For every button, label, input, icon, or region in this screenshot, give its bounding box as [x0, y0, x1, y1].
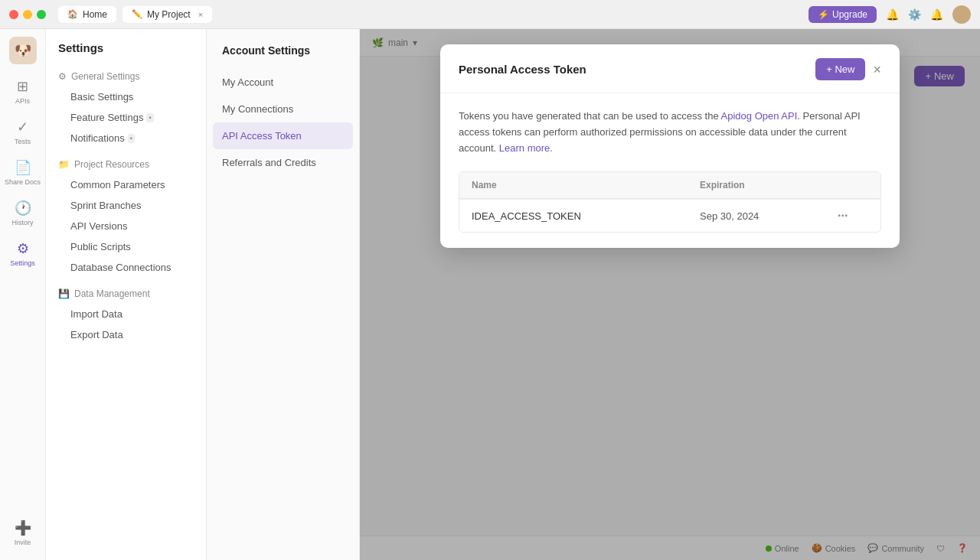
token-table: Name Expiration IDEA_ACCESS_TOKEN Sep 30… [459, 171, 881, 233]
col-actions-header [838, 180, 868, 190]
gear-icon: ⚙ [58, 71, 67, 82]
feature-settings-badge: • [146, 113, 153, 122]
modal-close-button[interactable]: × [873, 63, 881, 77]
project-avatar[interactable]: 🐶 [9, 37, 37, 64]
settings-item-export[interactable]: Export Data [46, 324, 206, 345]
sidebar-item-apis[interactable]: ⊞ APIs [0, 72, 45, 111]
notification-icon[interactable]: 🔔 [930, 8, 943, 21]
data-management-label: Data Management [74, 288, 150, 299]
account-nav-referrals[interactable]: Referrals and Credits [207, 149, 359, 176]
account-nav-my-connections[interactable]: My Connections [207, 96, 359, 122]
maximize-traffic-light[interactable] [37, 10, 46, 19]
new-token-button[interactable]: + New [815, 58, 865, 80]
account-nav-my-account[interactable]: My Account [207, 69, 359, 96]
settings-sidebar-title: Settings [46, 41, 206, 67]
my-connections-label: My Connections [222, 103, 293, 115]
apis-label: APIs [15, 97, 30, 105]
public-scripts-label: Public Scripts [70, 241, 131, 252]
database-connections-label: Database Connections [70, 262, 172, 273]
api-versions-label: API Versions [70, 220, 127, 232]
titlebar: 🏠 Home ✏️ My Project × ⚡ Upgrade 🔔 ⚙️ 🔔 [0, 0, 980, 29]
tests-icon: ✓ [17, 119, 28, 135]
settings-item-api-versions[interactable]: API Versions [46, 216, 206, 236]
settings-item-notifications[interactable]: Notifications • [46, 128, 206, 148]
home-tab-label: Home [83, 9, 107, 20]
api-link[interactable]: Apidog Open API [721, 110, 798, 122]
icon-sidebar: 🐶 ⊞ APIs ✓ Tests 📄 Share Docs 🕐 History … [0, 29, 46, 560]
tests-label: Tests [15, 138, 31, 145]
col-name-header: Name [472, 180, 700, 190]
upgrade-label: Upgrade [832, 9, 867, 20]
general-settings-label: General Settings [71, 71, 139, 82]
account-panel-title: Account Settings [207, 44, 359, 69]
data-icon: 💾 [58, 288, 70, 299]
basic-settings-label: Basic Settings [70, 91, 133, 103]
main-content: 🌿 main ▾ + New Personal Access Token + N… [360, 29, 980, 560]
settings-item-public-scripts[interactable]: Public Scripts [46, 236, 206, 257]
project-resources-label: Project Resources [74, 159, 149, 170]
section-project-resources: 📁 Project Resources [46, 155, 206, 174]
close-traffic-light[interactable] [9, 10, 18, 19]
import-data-label: Import Data [70, 308, 122, 320]
my-account-label: My Account [222, 77, 273, 88]
modal-title: Personal Access Token [459, 63, 586, 76]
settings-item-basic[interactable]: Basic Settings [46, 86, 206, 107]
share-docs-label: Share Docs [5, 178, 41, 186]
sidebar-item-share-docs[interactable]: 📄 Share Docs [0, 153, 45, 192]
sprint-branches-label: Sprint Branches [70, 200, 142, 211]
new-token-label: + New [826, 63, 854, 75]
app-layout: 🐶 ⊞ APIs ✓ Tests 📄 Share Docs 🕐 History … [0, 29, 980, 560]
referrals-credits-label: Referrals and Credits [222, 157, 316, 168]
history-icon: 🕐 [15, 200, 31, 217]
bell-icon[interactable]: 🔔 [886, 8, 899, 21]
modal-overlay: Personal Access Token + New × Tokens you… [360, 29, 980, 560]
token-expiry: Sep 30, 2024 [700, 210, 838, 222]
folder-icon: 📁 [58, 159, 70, 170]
settings-sidebar: Settings ⚙ General Settings Basic Settin… [46, 29, 207, 560]
feature-settings-label: Feature Settings [70, 112, 143, 123]
settings-item-feature[interactable]: Feature Settings • [46, 107, 206, 128]
apis-icon: ⊞ [17, 78, 28, 95]
settings-icon[interactable]: ⚙️ [908, 8, 921, 21]
table-row: IDEA_ACCESS_TOKEN Sep 30, 2024 ··· [459, 199, 880, 232]
invite-label: Invite [15, 539, 31, 546]
settings-sidebar-icon: ⚙ [17, 240, 29, 257]
titlebar-right: ⚡ Upgrade 🔔 ⚙️ 🔔 [808, 5, 971, 24]
home-tab[interactable]: 🏠 Home [58, 6, 116, 23]
history-label: History [11, 219, 33, 226]
account-panel: Account Settings My Account My Connectio… [207, 29, 360, 560]
token-name: IDEA_ACCESS_TOKEN [472, 210, 700, 222]
sidebar-item-history[interactable]: 🕐 History [0, 194, 45, 233]
notifications-label: Notifications [70, 132, 125, 144]
sidebar-item-settings[interactable]: ⚙ Settings [0, 234, 45, 273]
token-table-header: Name Expiration [459, 172, 880, 199]
share-docs-icon: 📄 [15, 159, 31, 176]
user-avatar[interactable] [952, 5, 971, 24]
tab-close-button[interactable]: × [198, 10, 203, 19]
section-data-management: 💾 Data Management [46, 284, 206, 304]
modal-header: Personal Access Token + New × [440, 44, 900, 93]
sidebar-item-invite[interactable]: ➕ Invite [0, 513, 45, 552]
edit-icon: ✏️ [132, 9, 142, 19]
my-project-tab-label: My Project [147, 9, 191, 20]
my-project-tab[interactable]: ✏️ My Project × [122, 6, 212, 23]
export-data-label: Export Data [70, 329, 123, 340]
upgrade-button[interactable]: ⚡ Upgrade [808, 6, 877, 23]
sidebar-item-tests[interactable]: ✓ Tests [0, 112, 45, 151]
settings-item-sprint-branches[interactable]: Sprint Branches [46, 195, 206, 216]
traffic-lights [9, 10, 46, 19]
settings-item-db-connections[interactable]: Database Connections [46, 257, 206, 278]
personal-access-token-modal: Personal Access Token + New × Tokens you… [440, 44, 900, 248]
account-nav-api-access-token[interactable]: API Access Token [213, 122, 353, 149]
api-access-token-label: API Access Token [222, 130, 302, 142]
home-tab-icon: 🏠 [67, 9, 78, 19]
settings-label: Settings [10, 259, 35, 267]
settings-item-import[interactable]: Import Data [46, 304, 206, 324]
token-actions-button[interactable]: ··· [838, 209, 868, 223]
settings-item-common-params[interactable]: Common Parameters [46, 174, 206, 195]
modal-body: Tokens you have generated that can be us… [440, 93, 900, 248]
col-expiration-header: Expiration [700, 180, 838, 190]
minimize-traffic-light[interactable] [23, 10, 32, 19]
modal-description: Tokens you have generated that can be us… [459, 109, 881, 156]
learn-more-link[interactable]: Learn more. [499, 142, 553, 154]
